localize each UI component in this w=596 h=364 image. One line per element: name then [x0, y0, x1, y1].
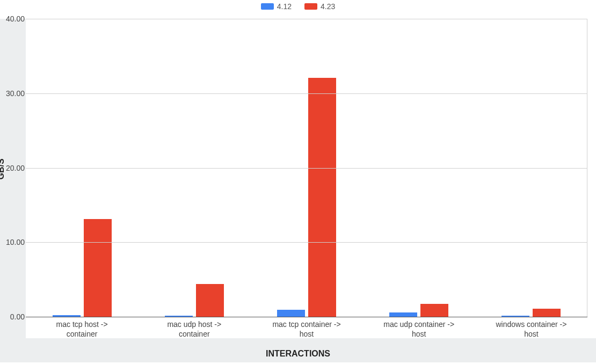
bar-1[interactable]: [196, 284, 224, 317]
x-tick-label: mac tcp host ->container: [28, 320, 136, 339]
x-tick-label: mac udp container ->host: [365, 320, 473, 339]
plot-area: [26, 19, 587, 317]
gridline: [26, 93, 587, 94]
legend-label: 4.23: [321, 2, 335, 11]
gridline: [26, 317, 587, 317]
bar-0[interactable]: [277, 310, 305, 317]
y-tick-label: 10.00: [1, 238, 25, 246]
bar-0[interactable]: [389, 312, 417, 317]
bar-1[interactable]: [308, 78, 336, 317]
x-tick-label: windows container ->host: [477, 320, 585, 339]
bar-1[interactable]: [420, 304, 448, 317]
legend-label: 4.12: [277, 2, 292, 11]
bar-1[interactable]: [84, 219, 112, 317]
legend-swatch-icon: [304, 3, 317, 10]
gridline: [26, 168, 587, 169]
bar-1[interactable]: [533, 309, 561, 317]
x-axis-title: INTERACTIONS: [0, 349, 596, 359]
y-tick-label: 40.00: [1, 14, 25, 23]
legend-item-0[interactable]: 4.12: [261, 2, 292, 11]
y-tick-label: 20.00: [1, 164, 25, 172]
legend-item-1[interactable]: 4.23: [304, 2, 335, 11]
y-tick-label: 0.00: [1, 312, 25, 321]
x-tick-label: mac tcp container ->host: [253, 320, 360, 339]
y-tick-label: 30.00: [1, 89, 25, 98]
chart-container: 4.124.23 GB/S 0.0010.0020.0030.0040.00 m…: [0, 0, 596, 364]
legend: 4.124.23: [0, 2, 596, 11]
x-tick-label: mac udp host ->container: [141, 320, 248, 339]
legend-swatch-icon: [261, 3, 274, 10]
gridline: [26, 242, 587, 243]
axis-bg-left: [0, 19, 26, 352]
gridline: [26, 19, 587, 19]
